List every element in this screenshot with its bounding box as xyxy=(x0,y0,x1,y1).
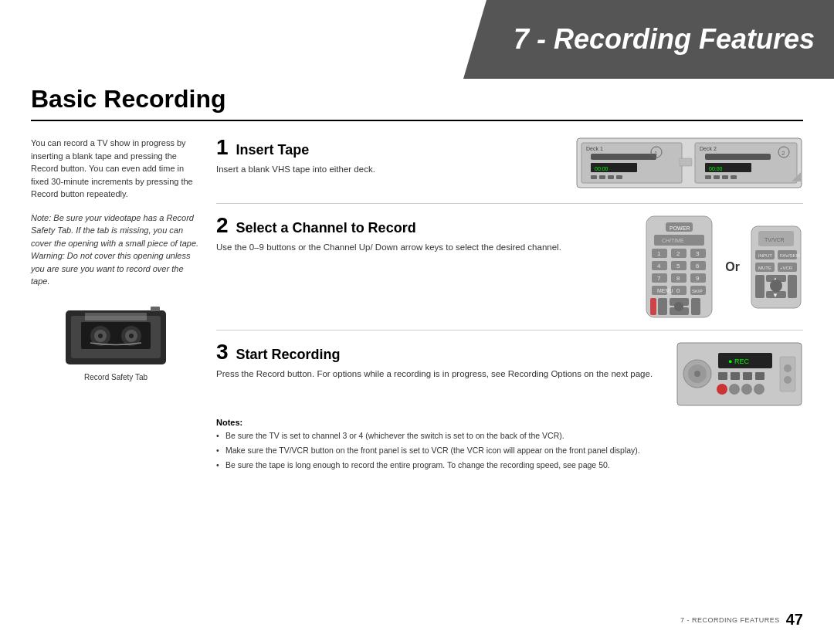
notes-title: Notes: xyxy=(216,418,803,427)
vcr-panel-image: ● REC xyxy=(676,341,803,407)
svg-text:8: 8 xyxy=(676,275,680,282)
svg-text:6: 6 xyxy=(696,263,700,269)
svg-rect-102 xyxy=(780,357,795,391)
step-1-section: 1 Insert Tape Insert a blank VHS tape in… xyxy=(216,137,803,204)
svg-text:▼: ▼ xyxy=(772,292,778,299)
step-2-header: 2 Select a Channel to Record xyxy=(216,215,630,236)
svg-text:TV/VCR: TV/VCR xyxy=(764,237,785,242)
step-1-header: 1 Insert Tape xyxy=(216,137,563,158)
svg-text:0: 0 xyxy=(676,287,680,294)
svg-text:Deck 1: Deck 1 xyxy=(586,146,603,151)
vcr-dual-image: Deck 1 00:00 xyxy=(575,137,803,189)
svg-text:3: 3 xyxy=(696,250,700,257)
svg-point-98 xyxy=(717,384,727,395)
svg-rect-9 xyxy=(85,313,147,320)
step-3-title: Start Recording xyxy=(236,347,341,363)
svg-text:4: 4 xyxy=(657,263,661,269)
svg-point-91 xyxy=(694,371,700,377)
cassette-image xyxy=(62,299,170,368)
step-1-number: 1 xyxy=(216,137,229,158)
svg-text:1: 1 xyxy=(657,250,661,257)
footer-label: 7 - Recording Features xyxy=(680,616,780,624)
main-remote-image: POWER CH/TIME 1 2 3 xyxy=(642,215,716,319)
step-1-desc: Insert a blank VHS tape into either deck… xyxy=(216,163,563,176)
svg-rect-25 xyxy=(705,154,771,160)
svg-rect-97 xyxy=(755,372,764,380)
svg-rect-96 xyxy=(743,372,752,380)
svg-point-5 xyxy=(98,334,103,338)
step-3-desc: Press the Record button. For options whi… xyxy=(216,368,663,381)
cassette-area: Record Safety Tab xyxy=(31,299,201,381)
svg-text:+VCR: +VCR xyxy=(780,266,793,270)
svg-point-99 xyxy=(729,384,740,395)
svg-text:INPUT: INPUT xyxy=(758,253,772,258)
or-text: Or xyxy=(722,260,743,274)
main-content: Basic Recording You can record a TV show… xyxy=(0,0,834,644)
svg-text:SKIP: SKIP xyxy=(692,289,703,293)
right-column: 1 Insert Tape Insert a blank VHS tape in… xyxy=(216,137,803,495)
note-item-2: Make sure the TV/VCR button on the front… xyxy=(216,445,803,457)
svg-rect-69 xyxy=(650,298,656,315)
svg-text:FAV/SKIP: FAV/SKIP xyxy=(780,253,800,258)
svg-rect-19 xyxy=(608,175,614,179)
svg-text:POWER: POWER xyxy=(670,225,690,231)
svg-text:7: 7 xyxy=(657,275,661,282)
svg-text:MUTE: MUTE xyxy=(758,266,771,270)
notes-list: Be sure the TV is set to channel 3 or 4 … xyxy=(216,430,803,471)
svg-rect-66 xyxy=(658,298,667,315)
svg-text:9: 9 xyxy=(696,275,700,282)
svg-rect-18 xyxy=(599,175,605,179)
left-para-1: You can record a TV show in progress by … xyxy=(31,137,201,201)
svg-text:2: 2 xyxy=(781,150,785,157)
svg-rect-10 xyxy=(151,307,160,311)
svg-rect-31 xyxy=(731,175,737,179)
svg-point-100 xyxy=(741,384,752,395)
svg-rect-29 xyxy=(714,175,720,179)
step-3-image: ● REC xyxy=(676,341,803,410)
step-3-section: 3 Start Recording Press the Record butto… xyxy=(216,341,803,484)
svg-rect-34 xyxy=(680,158,692,166)
svg-rect-14 xyxy=(591,154,656,160)
page-title: Basic Recording xyxy=(31,85,803,121)
note-item-1: Be sure the TV is set to channel 3 or 4 … xyxy=(216,430,803,442)
svg-point-8 xyxy=(129,334,134,338)
svg-point-101 xyxy=(754,384,764,395)
step-3-number: 3 xyxy=(216,341,229,363)
step-3-row: 3 Start Recording Press the Record butto… xyxy=(216,341,803,410)
svg-text:Deck 2: Deck 2 xyxy=(700,146,717,151)
svg-point-87 xyxy=(770,280,782,292)
svg-text:1: 1 xyxy=(654,150,658,157)
svg-text:MENU: MENU xyxy=(657,288,673,293)
step-1-row: 1 Insert Tape Insert a blank VHS tape in… xyxy=(216,137,803,192)
step-2-row: 2 Select a Channel to Record Use the 0–9… xyxy=(216,215,803,319)
cassette-label: Record Safety Tab xyxy=(84,373,147,381)
step-2-number: 2 xyxy=(216,215,229,236)
notes-section: Notes: Be sure the TV is set to channel … xyxy=(216,418,803,471)
step-1-body: 1 Insert Tape Insert a blank VHS tape in… xyxy=(216,137,563,181)
step-2-image: POWER CH/TIME 1 2 3 xyxy=(642,215,803,319)
svg-rect-86 xyxy=(788,275,797,298)
svg-text:00:00: 00:00 xyxy=(709,166,723,171)
svg-rect-95 xyxy=(731,372,740,380)
remote-container: POWER CH/TIME 1 2 3 xyxy=(642,215,803,319)
step-2-section: 2 Select a Channel to Record Use the 0–9… xyxy=(216,215,803,330)
step-3-header: 3 Start Recording xyxy=(216,341,663,363)
step-2-body: 2 Select a Channel to Record Use the 0–9… xyxy=(216,215,630,259)
footer: 7 - Recording Features 47 xyxy=(680,611,803,629)
step-2-desc: Use the 0–9 buttons or the Channel Up/ D… xyxy=(216,241,630,254)
step-2-title: Select a Channel to Record xyxy=(236,220,416,236)
svg-rect-67 xyxy=(691,298,700,315)
svg-rect-20 xyxy=(616,175,622,179)
svg-text:● REC: ● REC xyxy=(728,358,749,365)
svg-rect-30 xyxy=(722,175,728,179)
small-remote-image: TV/VCR INPUT FAV/SKIP MUTE +VCR xyxy=(749,225,803,310)
svg-text:2: 2 xyxy=(676,250,680,257)
step-1-title: Insert Tape xyxy=(236,142,310,158)
svg-text:5: 5 xyxy=(676,263,680,269)
svg-point-103 xyxy=(784,364,792,372)
left-para-2-text: Note: Be sure your videotape has a Recor… xyxy=(31,213,198,286)
svg-rect-17 xyxy=(591,175,597,179)
svg-rect-85 xyxy=(755,275,764,298)
step-1-image: Deck 1 00:00 xyxy=(575,137,803,192)
note-item-3: Be sure the tape is long enough to recor… xyxy=(216,459,803,472)
